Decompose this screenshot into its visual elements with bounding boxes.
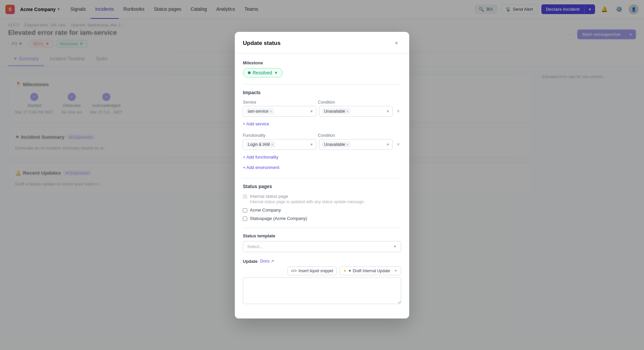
modal-header: Update status ×: [235, 32, 409, 54]
modal-close-button[interactable]: ×: [392, 39, 401, 48]
remove-service-row-button[interactable]: ×: [395, 107, 401, 116]
update-label: Update: [243, 259, 258, 264]
functionality-condition-field: Unavailable × ▼: [319, 139, 392, 150]
functionality-chevron-icon: ▼: [310, 142, 313, 147]
status-pages-group: Status pages Internal status page Intern…: [243, 184, 401, 221]
insert-snippet-label: Insert liquid snippet: [299, 269, 333, 273]
divider: [243, 84, 401, 84]
functionality-condition-select[interactable]: Unavailable × ▼: [319, 139, 392, 150]
impacts-label: Impacts: [243, 90, 401, 95]
statuspage-row: Statuspage (Acme Company): [243, 216, 401, 221]
main-layout: #1372 Elapsed time: 16h 14m Opened: Wedn…: [0, 19, 644, 350]
functionality-condition-label: Unavailable: [324, 142, 345, 147]
service-col-header: Service: [243, 100, 315, 105]
functionality-condition-tag: Unavailable ×: [322, 141, 351, 148]
code-icon: </>: [291, 269, 297, 273]
service-condition-label: Unavailable: [324, 109, 345, 114]
functionality-condition-col-header: Condition: [318, 133, 390, 138]
internal-status-page-checkbox[interactable]: [243, 194, 247, 199]
draft-btn-label: ✦ Draft Internal Update: [348, 269, 390, 273]
internal-page-label-text: Internal status page: [250, 194, 365, 199]
acme-company-page-checkbox[interactable]: [243, 208, 247, 213]
milestone-field-label: Milestone: [243, 60, 401, 65]
modal-overlay[interactable]: Update status × Milestone Resolved ▼: [0, 19, 644, 350]
draft-star-icon: ✦: [343, 269, 346, 273]
content-area: #1372 Elapsed time: 16h 14m Opened: Wedn…: [0, 19, 644, 350]
service-condition-tag: Unavailable ×: [322, 108, 351, 114]
service-field: iam-service × ▼: [243, 106, 316, 117]
remove-functionality-row-button[interactable]: ×: [395, 140, 401, 149]
status-template-group: Status template Select... ▼: [243, 233, 401, 252]
milestone-badge-label: Resolved: [253, 70, 272, 75]
modal-title: Update status: [243, 40, 280, 47]
status-template-label: Status template: [243, 233, 401, 238]
milestone-badge[interactable]: Resolved ▼: [243, 68, 283, 77]
service-condition-remove-icon[interactable]: ×: [346, 109, 348, 113]
status-pages-label: Status pages: [243, 184, 401, 189]
divider3: [243, 228, 401, 228]
service-tag: iam-service ×: [246, 108, 274, 114]
milestone-dot-icon: [248, 71, 251, 74]
functionality-field: Login & IAM × ▼: [243, 139, 316, 150]
functionality-condition-chevron-icon: ▼: [386, 142, 390, 147]
add-functionality-button[interactable]: + Add functionality: [243, 153, 278, 161]
impacts-field-group: Impacts Service Condition iam-serv: [243, 90, 401, 171]
internal-status-page-label: Internal status page Internal status pag…: [250, 194, 365, 204]
internal-status-page-row: Internal status page Internal status pag…: [243, 194, 401, 204]
add-environment-button[interactable]: + Add environment: [243, 164, 279, 171]
functionality-tag: Login & IAM ×: [246, 141, 275, 148]
service-chevron-icon: ▼: [310, 109, 313, 113]
update-group: Update Docs ↗ </> Insert liquid snippet …: [243, 259, 401, 305]
status-template-placeholder: Select...: [247, 244, 263, 249]
statuspage-label-text: Statuspage (Acme Company): [250, 216, 307, 221]
update-toolbar: </> Insert liquid snippet ✦ ✦ Draft Inte…: [243, 267, 401, 275]
service-select[interactable]: iam-service × ▼: [243, 106, 316, 117]
divider2: [243, 178, 401, 178]
add-service-button[interactable]: + Add service: [243, 120, 269, 128]
docs-link[interactable]: Docs ↗: [260, 259, 274, 264]
internal-page-sublabel: Internal status page is updated with any…: [250, 199, 365, 204]
service-tag-remove-icon[interactable]: ×: [270, 109, 272, 113]
functionality-tag-remove-icon[interactable]: ×: [271, 142, 273, 147]
functionality-cols-header: Functionality Condition: [243, 133, 401, 138]
service-condition-chevron-icon: ▼: [386, 109, 390, 113]
functionality-condition-remove-icon[interactable]: ×: [346, 142, 348, 147]
functionality-select[interactable]: Login & IAM × ▼: [243, 139, 316, 150]
update-status-modal: Update status × Milestone Resolved ▼: [235, 32, 409, 318]
service-condition-select[interactable]: Unavailable × ▼: [319, 106, 392, 117]
acme-company-page-row: Acme Company: [243, 208, 401, 213]
service-tag-label: iam-service: [248, 109, 268, 114]
draft-internal-update-button[interactable]: ✦ ✦ Draft Internal Update ▼: [339, 267, 401, 275]
acme-label-text: Acme Company: [250, 208, 281, 213]
service-impact-row: iam-service × ▼ Unavailable: [243, 106, 401, 117]
functionality-tag-label: Login & IAM: [248, 142, 270, 147]
statuspage-label: Statuspage (Acme Company): [250, 216, 307, 221]
service-condition-field: Unavailable × ▼: [319, 106, 392, 117]
status-template-select[interactable]: Select... ▼: [243, 241, 401, 252]
modal-body: Milestone Resolved ▼ Impacts Ser: [235, 54, 409, 318]
update-textarea[interactable]: [243, 277, 401, 304]
functionality-impact-row: Login & IAM × ▼ Unavailable: [243, 139, 401, 150]
statuspage-checkbox[interactable]: [243, 217, 247, 221]
milestone-field: Milestone Resolved ▼: [243, 60, 401, 77]
functionality-col-header: Functionality: [243, 133, 315, 138]
milestone-badge-chevron-icon: ▼: [274, 71, 278, 75]
update-label-row: Update Docs ↗: [243, 259, 401, 264]
condition-col-header: Condition: [318, 100, 390, 105]
draft-chevron-icon[interactable]: ▼: [392, 269, 397, 273]
template-chevron-icon: ▼: [393, 244, 397, 248]
acme-company-page-label: Acme Company: [250, 208, 281, 213]
insert-snippet-button[interactable]: </> Insert liquid snippet: [287, 267, 337, 275]
impact-cols-header: Service Condition: [243, 100, 401, 105]
